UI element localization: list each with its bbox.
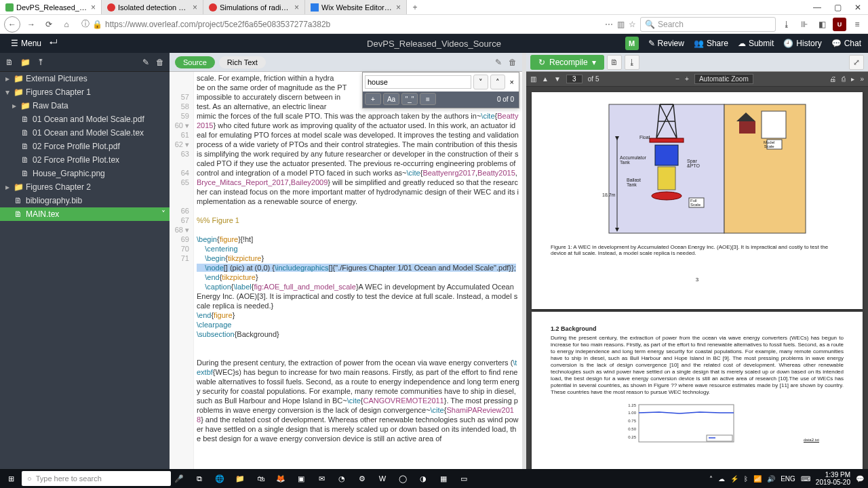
review-button[interactable]: ✎ Review bbox=[648, 39, 684, 48]
start-button[interactable]: ⊞ bbox=[0, 474, 22, 483]
zoom-in-icon[interactable]: + bbox=[685, 75, 689, 83]
file-item[interactable]: 🗎MAIN.tex˅ bbox=[0, 207, 170, 221]
pdf-pages[interactable]: Float Accumulator Tank Ballast Tank Spar… bbox=[526, 87, 868, 488]
close-icon[interactable]: × bbox=[91, 3, 96, 12]
browser-tab[interactable]: DevPS_Released_Videos_Sour × bbox=[0, 0, 102, 14]
download-icon[interactable]: ⎙ bbox=[842, 75, 846, 83]
file-item[interactable]: 🗎01 Ocean and Model Scale.pdf bbox=[0, 113, 170, 126]
code-text[interactable]: scale. For example, friction within a hy… bbox=[194, 72, 522, 488]
tray-up-icon[interactable]: ˄ bbox=[709, 475, 713, 483]
app-icon[interactable]: ◑ bbox=[414, 470, 433, 487]
new-tab-button[interactable]: + bbox=[407, 0, 423, 14]
search-box[interactable]: 🔍 Search bbox=[640, 17, 776, 32]
word-icon[interactable]: W bbox=[373, 470, 392, 487]
replace-toggle[interactable]: + bbox=[365, 93, 381, 105]
richtext-tab[interactable]: Rich Text bbox=[219, 56, 266, 68]
minimize-button[interactable]: — bbox=[807, 0, 827, 14]
file-item[interactable]: 🗎01 Ocean and Model Scale.tex bbox=[0, 126, 170, 140]
browser-tab[interactable]: Wix Website Editor - mysite × bbox=[305, 0, 407, 14]
info-icon[interactable]: ⓘ bbox=[81, 18, 90, 30]
find-next-button[interactable]: ˅ bbox=[473, 75, 488, 89]
expand-icon[interactable]: ⤢ bbox=[849, 55, 864, 70]
source-tab[interactable]: Source bbox=[175, 56, 215, 68]
new-file-icon[interactable]: 🗎 bbox=[5, 58, 14, 67]
close-icon[interactable]: × bbox=[294, 3, 299, 12]
file-item[interactable]: 🗎House_Graphic.png bbox=[0, 167, 170, 180]
edge-icon[interactable]: 🌐 bbox=[210, 470, 229, 487]
store-icon[interactable]: 🛍 bbox=[251, 470, 270, 487]
reader-icon[interactable]: ▥ bbox=[617, 20, 625, 29]
print-icon[interactable]: 🖨 bbox=[829, 75, 836, 83]
submit-button[interactable]: ☁ Submit bbox=[738, 39, 774, 48]
app-icon[interactable]: ▭ bbox=[454, 470, 473, 487]
app-icon[interactable]: ◔ bbox=[332, 470, 351, 487]
keyboard-icon[interactable]: ⌨ bbox=[801, 475, 810, 483]
whole-word-option[interactable]: ≡ bbox=[420, 93, 436, 105]
forward-button[interactable]: → bbox=[24, 18, 38, 31]
case-option[interactable]: Aa bbox=[383, 93, 399, 105]
sidebar-icon[interactable]: ◧ bbox=[815, 18, 829, 31]
lang-indicator[interactable]: ENG bbox=[781, 475, 795, 483]
browser-tab[interactable]: Simulations of radiation press × bbox=[203, 0, 305, 14]
close-find-icon[interactable]: × bbox=[507, 78, 517, 86]
tools-icon[interactable]: » bbox=[860, 75, 864, 83]
download-icon[interactable]: ⭳ bbox=[780, 18, 793, 31]
star-icon[interactable]: ☆ bbox=[629, 20, 636, 29]
zoom-out-icon[interactable]: − bbox=[675, 75, 679, 83]
menu-button[interactable]: ☰ Menu bbox=[7, 37, 45, 49]
file-item[interactable]: 🗎02 Force Profile Plot.pdf bbox=[0, 140, 170, 153]
notifications-icon[interactable]: 💬 bbox=[856, 475, 864, 483]
library-icon[interactable]: ⊪ bbox=[797, 18, 811, 31]
taskbar-search[interactable]: ○ Type here to search bbox=[22, 471, 171, 486]
menu-icon[interactable]: ≡ bbox=[850, 18, 864, 31]
ublock-icon[interactable]: U bbox=[833, 18, 846, 31]
settings-icon[interactable]: ⚙ bbox=[353, 470, 372, 487]
code-editor[interactable]: 57585960 ▾6162 ▾636465666768 ▾697071 sca… bbox=[170, 72, 522, 488]
history-button[interactable]: 🕘 History bbox=[783, 39, 821, 48]
close-window-button[interactable]: ✕ bbox=[848, 0, 868, 14]
edit-icon[interactable]: ✎ bbox=[495, 58, 502, 67]
file-item[interactable]: 🗎02 Force Profile Plot.tex bbox=[0, 153, 170, 167]
present-icon[interactable]: ▸ bbox=[851, 75, 854, 83]
firefox-icon[interactable]: 🦊 bbox=[271, 470, 290, 487]
close-icon[interactable]: × bbox=[193, 3, 197, 12]
back-to-projects[interactable]: ⮠ bbox=[45, 37, 62, 49]
find-input[interactable] bbox=[365, 75, 471, 89]
chat-button[interactable]: 💬 Chat bbox=[831, 39, 861, 48]
file-item[interactable]: 🗎bibliography.bib bbox=[0, 194, 170, 207]
browser-tab[interactable]: Isolated detection of elastic w × bbox=[102, 0, 203, 14]
back-button[interactable]: ← bbox=[4, 16, 20, 33]
address-bar[interactable]: ⓘ 🔒 https://www.overleaf.com/project/5ce… bbox=[77, 17, 498, 32]
zoom-select[interactable]: Automatic Zoom bbox=[694, 74, 753, 84]
delete-icon[interactable]: 🗑 bbox=[156, 58, 164, 67]
reload-button[interactable]: ⟳ bbox=[42, 18, 56, 31]
close-icon[interactable]: × bbox=[396, 3, 401, 12]
chrome-icon[interactable]: ◯ bbox=[393, 470, 412, 487]
folder-item[interactable]: ▸📁Figures Chapter 2 bbox=[0, 180, 170, 194]
download-pdf-button[interactable]: ⭳ bbox=[625, 55, 639, 70]
upload-icon[interactable]: ⤒ bbox=[37, 58, 44, 67]
page-up-icon[interactable]: ▲ bbox=[542, 75, 549, 83]
home-button[interactable]: ⌂ bbox=[60, 18, 73, 31]
share-button[interactable]: 👥 Share bbox=[694, 39, 728, 48]
page-input[interactable] bbox=[566, 75, 583, 83]
tray-icon[interactable]: ⚡ bbox=[730, 475, 738, 483]
regex-option[interactable]: "_" bbox=[401, 93, 418, 105]
taskbar-clock[interactable]: 1:39 PM2019-05-20 bbox=[816, 471, 850, 486]
cortana-mic-icon[interactable]: 🎤 bbox=[171, 474, 187, 483]
user-avatar[interactable]: M bbox=[625, 37, 639, 50]
explorer-icon[interactable]: 📁 bbox=[231, 470, 250, 487]
task-view-icon[interactable]: ⧉ bbox=[190, 470, 209, 487]
dots-icon[interactable]: ⋯ bbox=[605, 20, 613, 29]
folder-item[interactable]: ▾📁Figures Chapter 1 bbox=[0, 85, 170, 99]
rename-icon[interactable]: ✎ bbox=[142, 58, 149, 67]
app-icon[interactable]: ▣ bbox=[292, 470, 311, 487]
wifi-icon[interactable]: 📶 bbox=[753, 475, 762, 483]
logs-button[interactable]: 🗎 bbox=[607, 55, 622, 70]
new-folder-icon[interactable]: 📁 bbox=[20, 58, 31, 67]
folder-item[interactable]: ▸📁External Pictures bbox=[0, 72, 170, 85]
folder-item[interactable]: ▸📁Raw Data bbox=[0, 99, 170, 113]
onedrive-icon[interactable]: ☁ bbox=[718, 475, 725, 483]
app-icon[interactable]: ▦ bbox=[434, 470, 453, 487]
find-prev-button[interactable]: ˄ bbox=[490, 75, 505, 89]
